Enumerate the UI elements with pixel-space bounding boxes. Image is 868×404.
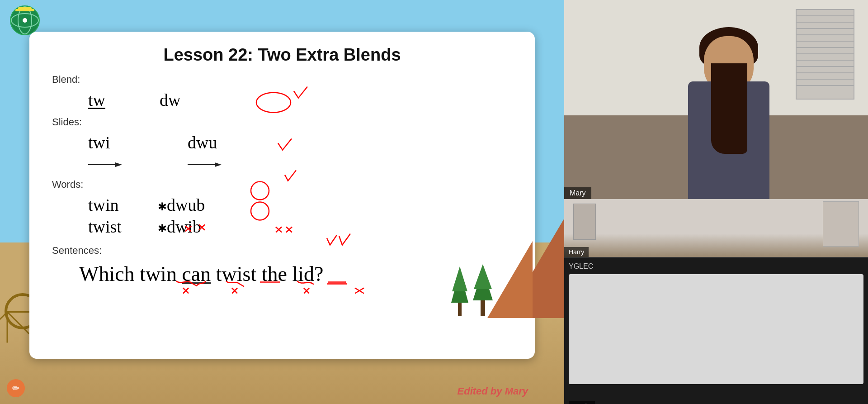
slides-row: twi dwu [88, 133, 512, 172]
svg-line-30 [355, 288, 364, 294]
yglec-section: YGLEC Ye Jin [564, 258, 868, 404]
self-room [564, 199, 868, 257]
twi-text: twi [88, 133, 124, 152]
slide-title: Lesson 22: Two Extra Blends [52, 45, 512, 65]
sentences-label: Sentences: [52, 245, 512, 257]
mary-video-feed: Mary [564, 0, 868, 199]
dwu-arrow [188, 161, 224, 168]
furniture-item [573, 204, 596, 240]
svg-rect-5 [15, 9, 34, 11]
yglec-label: YGLEC [569, 262, 863, 271]
blend-label: Blend: [52, 74, 512, 86]
slides-label: Slides: [52, 116, 512, 128]
trees-decoration [451, 262, 505, 318]
blind-line [797, 60, 854, 61]
svg-marker-34 [452, 266, 467, 291]
blind-line [797, 47, 854, 48]
slide-twi: twi [88, 133, 124, 172]
door-or-wall-item [823, 201, 859, 247]
words-col-2: ✱dwub ✱dwib [158, 195, 205, 237]
svg-marker-37 [474, 264, 492, 289]
svg-line-26 [304, 288, 309, 294]
blend-dw: dw [160, 90, 180, 110]
pencil-icon: ✏ [12, 383, 20, 394]
word-twin: twin [88, 195, 122, 215]
word-twist: twist [88, 217, 122, 237]
slide-content: Blend: tw dw Slides: twi [52, 74, 512, 286]
dwu-text: dwu [188, 133, 224, 152]
blind-line [797, 79, 854, 80]
word-dwib: ✱dwib [158, 217, 205, 237]
blind-line [797, 28, 854, 29]
words-col-1: twin twist [88, 195, 122, 237]
harry-name: Harry [569, 248, 584, 256]
word-dwub: ✱dwub [158, 195, 205, 215]
blind-line [797, 15, 854, 16]
words-row: twin twist ✱dwub ✱dwib [88, 195, 512, 237]
yejin-participant-label: Ye Jin [569, 401, 595, 404]
svg-line-31 [355, 288, 364, 294]
blind-line [797, 66, 854, 67]
tw-text: tw [88, 90, 105, 109]
edited-by-credit: Edited by Mary [458, 385, 528, 397]
video-feeds-container: Mary Harry YGLEC Ye Jin [564, 0, 868, 404]
can-word: can [182, 262, 211, 285]
mary-name: Mary [570, 189, 586, 197]
self-video-inner [564, 199, 868, 257]
dw-text: dw [160, 90, 180, 109]
svg-line-24 [232, 288, 237, 294]
blind-line [797, 72, 854, 73]
harry-participant-label: Harry [564, 247, 589, 257]
blind-line [797, 85, 854, 86]
blind-line [797, 53, 854, 54]
mary-participant-label: Mary [564, 187, 591, 199]
svg-marker-9 [215, 162, 222, 167]
blend-tw: tw [88, 90, 105, 110]
blind-line [797, 22, 854, 23]
blind-line [797, 41, 854, 42]
yejin-video-feed [569, 274, 863, 384]
svg-marker-7 [115, 162, 122, 167]
self-video-feed: Harry [564, 199, 868, 258]
presentation-area: Lesson 22: Two Extra Blends Blend: tw dw… [0, 0, 564, 404]
svg-line-27 [304, 288, 309, 294]
svg-line-23 [232, 288, 237, 294]
svg-line-21 [183, 288, 189, 294]
right-panel: Mary Harry YGLEC Ye Jin [564, 0, 868, 404]
sentence-text: Which twin can twist the lid? [79, 262, 512, 286]
long-hair [711, 63, 747, 154]
pencil-tool-button[interactable]: ✏ [7, 379, 25, 397]
words-label: Words: [52, 179, 512, 190]
slide-dwu: dwu [188, 133, 224, 172]
twi-arrow [88, 161, 124, 168]
svg-line-22 [183, 288, 189, 294]
spoke [7, 312, 8, 343]
yglec-video-container: Ye Jin [569, 274, 863, 404]
blends-row: tw dw [88, 90, 512, 110]
mary-video-background [564, 0, 868, 199]
svg-point-3 [23, 18, 27, 23]
window-blinds [796, 9, 854, 100]
blind-line [797, 34, 854, 35]
